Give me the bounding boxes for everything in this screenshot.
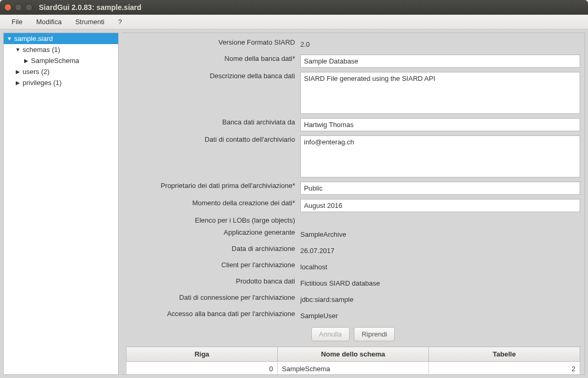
value-archive-client: localhost — [300, 261, 327, 273]
cell-row-idx: 0 — [127, 362, 278, 375]
label-db-name: Nome della banca dati* — [126, 52, 300, 62]
maximize-window-button[interactable] — [25, 4, 33, 11]
tree-users[interactable]: ▶ users (2) — [4, 66, 118, 77]
chevron-right-icon: ▶ — [15, 80, 20, 86]
value-connection: jdbc:siard:sample — [300, 293, 353, 306]
tree-root[interactable]: ▼ sample.siard — [4, 33, 118, 44]
cell-schema: SampleSchema — [278, 362, 429, 375]
input-db-name[interactable] — [300, 55, 580, 68]
menu-tools[interactable]: Strumenti — [69, 16, 111, 28]
value-db-product: Fictitious SIARD database — [300, 277, 380, 289]
value-db-access: SampleUser — [300, 310, 338, 322]
chevron-down-icon: ▼ — [15, 47, 20, 52]
window-title: SiardGui 2.0.83: sample.siard — [39, 3, 141, 12]
tree-privileges[interactable]: ▶ privileges (1) — [4, 77, 118, 88]
titlebar: SiardGui 2.0.83: sample.siard — [0, 0, 588, 15]
tree-schemas[interactable]: ▼ schemas (1) — [4, 44, 118, 55]
cell-tables: 2 — [429, 362, 580, 375]
close-window-button[interactable] — [4, 4, 12, 11]
label-creation-time: Momento della creazione dei dati* — [126, 197, 300, 207]
menu-help[interactable]: ? — [112, 16, 128, 28]
form-area: Versione Formato SIARD 2.0 Nome della ba… — [126, 36, 580, 374]
tree-sampleschema-label: SampleSchema — [31, 57, 79, 65]
label-db-access: Accesso alla banca dati per l'archiviazi… — [126, 308, 300, 318]
sidebar-tree[interactable]: ▼ sample.siard ▼ schemas (1) ▶ SampleSch… — [3, 33, 119, 375]
menu-edit[interactable]: Modifica — [30, 16, 68, 28]
label-siard-version: Versione Formato SIARD — [126, 36, 300, 46]
value-generating-app: SampleArchive — [300, 228, 346, 240]
chevron-down-icon: ▼ — [7, 36, 12, 41]
tree-privileges-label: privileges (1) — [23, 79, 61, 87]
label-db-description: Descrizione della banca dati — [126, 70, 300, 80]
tree-schemas-label: schemas (1) — [23, 46, 60, 54]
value-archive-date: 26.07.2017 — [300, 245, 334, 257]
label-generating-app: Applicazione generante — [126, 226, 300, 236]
label-db-product: Prodotto banca dati — [126, 275, 300, 285]
label-archived-by: Banca dati archiviata da — [126, 116, 300, 126]
label-archive-client: Client per l'archiviazione — [126, 259, 300, 269]
table-row[interactable]: 0 SampleSchema 2 — [127, 362, 580, 375]
label-owner-before: Proprietario dei dati prima dell'archivi… — [126, 180, 300, 190]
button-row: Annulla Riprendi — [126, 324, 580, 346]
menubar: File Modifica Strumenti ? — [0, 15, 588, 29]
input-creation-time[interactable] — [300, 199, 580, 212]
chevron-right-icon: ▶ — [15, 69, 20, 75]
menu-file[interactable]: File — [5, 16, 29, 28]
content: ▼ sample.siard ▼ schemas (1) ▶ SampleSch… — [0, 29, 588, 378]
label-connection: Dati di connessione per l'archiviazione — [126, 291, 300, 301]
col-schema[interactable]: Nome dello schema — [278, 347, 429, 362]
resume-button[interactable]: Riprendi — [354, 327, 395, 341]
schema-table: Riga Nome dello schema Tabelle 0 SampleS… — [126, 346, 580, 374]
col-row[interactable]: Riga — [127, 347, 278, 362]
window-controls — [4, 4, 33, 11]
cancel-button[interactable]: Annulla — [311, 327, 350, 341]
col-tables[interactable]: Tabelle — [429, 347, 580, 362]
main-panel: Versione Formato SIARD 2.0 Nome della ba… — [122, 33, 585, 375]
chevron-right-icon: ▶ — [24, 58, 29, 64]
input-archived-by[interactable] — [300, 118, 580, 131]
input-owner-before[interactable] — [300, 182, 580, 195]
input-db-description[interactable]: SIARD File generated using the SIARD API — [300, 72, 580, 114]
input-archiver-contact[interactable]: info@enterag.ch — [300, 135, 580, 177]
label-archiver-contact: Dati di contatto dell'archiviario — [126, 133, 300, 143]
label-lobs: Elenco per i LOBs (large objects) — [126, 214, 300, 224]
tree-users-label: users (2) — [23, 68, 49, 76]
tree-root-label: sample.siard — [14, 35, 53, 43]
value-siard-version: 2.0 — [300, 38, 310, 50]
minimize-window-button[interactable] — [15, 4, 22, 11]
label-archive-date: Data di archiviazione — [126, 243, 300, 253]
tree-sampleschema[interactable]: ▶ SampleSchema — [4, 55, 118, 66]
